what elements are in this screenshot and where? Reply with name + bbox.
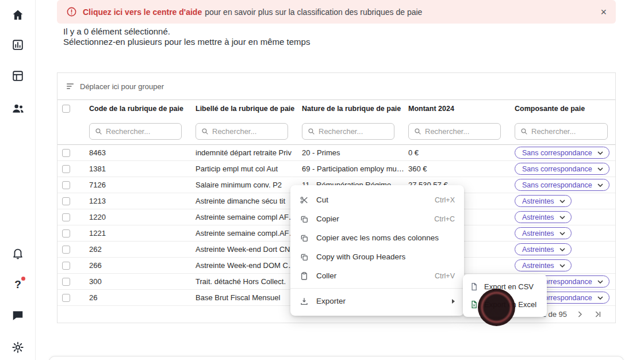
chevron-down-icon <box>597 296 603 300</box>
menu-item-export[interactable]: Exporter <box>290 292 464 311</box>
chevron-down-icon <box>597 280 603 284</box>
composante-value: Sans correspondance <box>522 181 592 189</box>
next-page-button[interactable] <box>575 309 585 319</box>
help-banner: Cliquez ici vers le centre d'aide pour e… <box>57 0 616 24</box>
chevron-down-icon <box>597 151 603 155</box>
search-nature-input[interactable] <box>319 127 389 136</box>
composante-dropdown[interactable]: Astreintes <box>515 195 572 207</box>
cell-code: 300 <box>85 277 191 286</box>
dashboard-icon[interactable] <box>10 37 26 53</box>
company-icon[interactable] <box>10 68 26 84</box>
cell-libelle: Salaire minimum conv. P2 <box>191 181 298 189</box>
payroll-rubriques-page: Cliquez ici vers le centre d'aide pour e… <box>0 0 644 360</box>
cell-libelle: Astreinte Week-end DOM CNR <box>191 261 298 270</box>
row-checkbox[interactable] <box>62 165 70 173</box>
cell-libelle: Astreinte semaine compl.AF RG <box>191 229 298 238</box>
cell-nature: 69 - Participation employ mutuelle <box>298 164 404 173</box>
search-montant-input[interactable] <box>425 127 495 136</box>
close-banner-button[interactable]: × <box>600 7 607 17</box>
composante-value: Astreintes <box>522 246 554 254</box>
menu-item-export-csv[interactable]: Export en CSV <box>463 278 547 296</box>
search-libelle-filter <box>195 123 288 140</box>
row-checkbox[interactable] <box>62 197 70 205</box>
copy-icon <box>300 215 309 224</box>
row-checkbox[interactable] <box>62 246 70 254</box>
composante-dropdown[interactable]: Astreintes <box>515 243 572 255</box>
row-checkbox[interactable] <box>62 278 70 286</box>
export-submenu: Export en CSV Export en Excel <box>463 274 547 317</box>
composante-dropdown[interactable]: Astreintes <box>515 211 572 223</box>
search-composante-input[interactable] <box>531 127 602 136</box>
menu-item-copy-with-group-headers[interactable]: Copy with Group Headers <box>290 247 464 266</box>
select-all-checkbox[interactable] <box>62 105 70 113</box>
selection-note-line2: Sélectionnez-en plusieurs pour les mettr… <box>63 37 310 47</box>
menu-item-cut[interactable]: Cut Ctrl+X <box>290 190 464 209</box>
column-header-montant[interactable]: Montant 2024 <box>408 105 454 113</box>
menu-separator <box>290 288 464 289</box>
sidebar <box>0 0 36 360</box>
shortcut-label: Ctrl+V <box>435 272 455 280</box>
menu-item-copy-with-headers[interactable]: Copier avec les noms des colonnes <box>290 228 464 247</box>
row-checkbox[interactable] <box>62 229 70 238</box>
composante-value: Astreintes <box>522 197 554 205</box>
copy-icon <box>300 252 309 262</box>
column-header-code[interactable]: Code de la rubrique de paie <box>89 105 183 113</box>
composante-value: Astreintes <box>522 262 554 270</box>
column-header-nature[interactable]: Nature de la rubrique de paie <box>302 105 401 113</box>
search-nature-filter <box>302 123 394 140</box>
search-montant-filter <box>408 123 501 140</box>
shortcut-label: Ctrl+X <box>435 196 455 204</box>
chevron-down-icon <box>597 167 603 171</box>
composante-value: Sans correspondance <box>522 149 592 157</box>
group-rows-icon <box>66 82 75 91</box>
table-filter-row <box>57 121 615 145</box>
row-checkbox[interactable] <box>62 181 70 189</box>
menu-item-paste[interactable]: Coller Ctrl+V <box>290 266 464 285</box>
composante-value: Astreintes <box>522 229 554 238</box>
group-drop-zone[interactable]: Déplacer ici pour grouper <box>57 73 615 100</box>
composante-dropdown[interactable]: Astreintes <box>515 259 572 271</box>
alert-circle-icon <box>66 6 77 17</box>
search-composante-filter <box>515 123 608 140</box>
row-checkbox[interactable] <box>62 149 70 157</box>
home-icon[interactable] <box>10 7 26 23</box>
column-header-libelle[interactable]: Libellé de la rubrique de paie <box>195 105 294 113</box>
help-icon[interactable] <box>10 277 26 293</box>
cell-code: 1213 <box>85 197 191 205</box>
search-code-input[interactable] <box>106 127 176 136</box>
search-icon <box>308 128 315 135</box>
users-icon[interactable] <box>10 100 26 116</box>
composante-dropdown[interactable]: Sans correspondance <box>515 179 610 191</box>
row-checkbox[interactable] <box>62 213 70 221</box>
menu-item-copy[interactable]: Copier Ctrl+C <box>290 209 464 228</box>
table-row[interactable]: 8463 indemnité départ retraite Priv 20 -… <box>57 145 615 161</box>
cell-montant: 360 € <box>404 164 511 173</box>
table-row[interactable]: 1381 Particip empl mut col Aut 69 - Part… <box>57 161 615 177</box>
last-page-button[interactable] <box>593 309 603 319</box>
composante-dropdown[interactable]: Astreintes <box>515 227 572 239</box>
menu-item-export-excel[interactable]: Export en Excel <box>463 296 547 313</box>
composante-value: Astreintes <box>522 213 554 221</box>
composante-dropdown[interactable]: Sans correspondance <box>515 163 610 175</box>
search-libelle-input[interactable] <box>212 127 282 136</box>
download-icon <box>300 297 309 306</box>
row-checkbox[interactable] <box>62 294 70 302</box>
file-excel-icon <box>470 300 478 309</box>
search-icon <box>414 128 421 135</box>
notifications-bell-icon[interactable] <box>10 245 26 261</box>
composante-dropdown[interactable]: Sans correspondance <box>515 147 610 159</box>
chevron-down-icon <box>559 264 565 267</box>
column-header-composante[interactable]: Composante de paie <box>515 105 585 113</box>
chevron-down-icon <box>559 248 565 251</box>
cell-code: 1221 <box>85 229 191 238</box>
settings-gear-icon[interactable] <box>10 339 26 355</box>
row-checkbox[interactable] <box>62 262 70 270</box>
group-drop-hint: Déplacer ici pour grouper <box>80 82 164 91</box>
composante-value: Sans correspondance <box>522 165 592 173</box>
cell-code: 1220 <box>85 213 191 221</box>
cell-montant: 0 € <box>404 148 511 157</box>
help-center-link[interactable]: Cliquez ici vers le centre d'aide <box>83 7 202 17</box>
copy-icon <box>300 233 309 243</box>
messages-icon[interactable] <box>10 307 26 323</box>
notification-badge <box>21 277 25 281</box>
